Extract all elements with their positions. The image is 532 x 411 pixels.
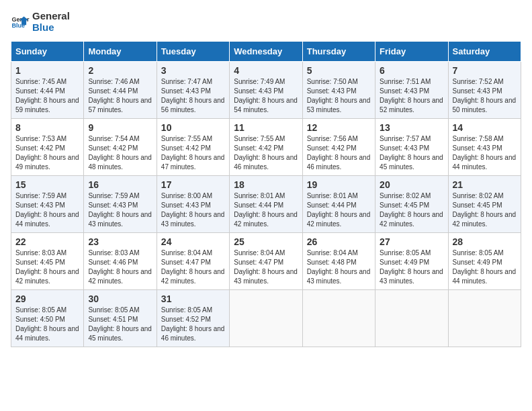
calendar-cell: 14 Sunrise: 7:58 AM Sunset: 4:43 PM Dayl… — [448, 119, 521, 176]
header-day-thursday: Thursday — [302, 42, 375, 62]
cell-info: Sunrise: 8:05 AM Sunset: 4:52 PM Dayligh… — [161, 306, 225, 343]
calendar-cell: 7 Sunrise: 7:52 AM Sunset: 4:43 PM Dayli… — [448, 62, 521, 119]
calendar-cell: 25 Sunrise: 8:04 AM Sunset: 4:47 PM Dayl… — [230, 233, 302, 290]
calendar-cell: 23 Sunrise: 8:03 AM Sunset: 4:46 PM Dayl… — [84, 233, 157, 290]
header-day-tuesday: Tuesday — [157, 42, 229, 62]
day-number: 21 — [453, 179, 517, 190]
day-number: 20 — [380, 179, 443, 190]
logo-blue: Blue — [32, 22, 70, 34]
cell-info: Sunrise: 7:57 AM Sunset: 4:43 PM Dayligh… — [380, 134, 443, 172]
cell-info: Sunrise: 8:00 AM Sunset: 4:43 PM Dayligh… — [161, 191, 225, 229]
cell-info: Sunrise: 8:05 AM Sunset: 4:51 PM Dayligh… — [88, 306, 152, 343]
day-number: 3 — [161, 65, 225, 76]
day-number: 16 — [88, 179, 152, 190]
cell-info: Sunrise: 7:51 AM Sunset: 4:43 PM Dayligh… — [380, 77, 443, 115]
calendar-cell: 26 Sunrise: 8:04 AM Sunset: 4:48 PM Dayl… — [302, 233, 375, 290]
cell-info: Sunrise: 7:50 AM Sunset: 4:43 PM Dayligh… — [307, 77, 371, 115]
calendar-cell: 28 Sunrise: 8:05 AM Sunset: 4:49 PM Dayl… — [448, 233, 521, 290]
day-number: 8 — [15, 122, 79, 133]
calendar-week-5: 29 Sunrise: 8:05 AM Sunset: 4:50 PM Dayl… — [11, 290, 521, 347]
day-number: 11 — [234, 122, 298, 133]
calendar-cell: 3 Sunrise: 7:47 AM Sunset: 4:43 PM Dayli… — [157, 62, 229, 119]
calendar-cell: 30 Sunrise: 8:05 AM Sunset: 4:51 PM Dayl… — [84, 290, 157, 347]
cell-info: Sunrise: 7:55 AM Sunset: 4:42 PM Dayligh… — [161, 134, 225, 172]
day-number: 14 — [453, 122, 517, 133]
cell-info: Sunrise: 7:47 AM Sunset: 4:43 PM Dayligh… — [161, 77, 225, 115]
calendar-cell: 9 Sunrise: 7:54 AM Sunset: 4:42 PM Dayli… — [84, 119, 157, 176]
logo: General Blue General Blue — [11, 11, 70, 33]
day-number: 31 — [161, 293, 225, 304]
calendar-week-2: 8 Sunrise: 7:53 AM Sunset: 4:42 PM Dayli… — [11, 119, 521, 176]
logo-icon: General Blue — [11, 13, 30, 32]
header-day-saturday: Saturday — [448, 42, 521, 62]
cell-info: Sunrise: 7:52 AM Sunset: 4:43 PM Dayligh… — [453, 77, 517, 115]
day-number: 9 — [88, 122, 152, 133]
calendar-week-3: 15 Sunrise: 7:59 AM Sunset: 4:43 PM Dayl… — [11, 176, 521, 233]
day-number: 27 — [380, 236, 443, 247]
cell-info: Sunrise: 8:02 AM Sunset: 4:45 PM Dayligh… — [453, 191, 517, 229]
calendar-table: SundayMondayTuesdayWednesdayThursdayFrid… — [11, 41, 521, 347]
calendar-cell: 2 Sunrise: 7:46 AM Sunset: 4:44 PM Dayli… — [84, 62, 157, 119]
calendar-cell: 21 Sunrise: 8:02 AM Sunset: 4:45 PM Dayl… — [448, 176, 521, 233]
cell-info: Sunrise: 8:01 AM Sunset: 4:44 PM Dayligh… — [234, 191, 298, 229]
cell-info: Sunrise: 7:59 AM Sunset: 4:43 PM Dayligh… — [15, 191, 79, 229]
cell-info: Sunrise: 7:54 AM Sunset: 4:42 PM Dayligh… — [88, 134, 152, 172]
cell-info: Sunrise: 8:05 AM Sunset: 4:49 PM Dayligh… — [380, 248, 443, 286]
cell-info: Sunrise: 7:55 AM Sunset: 4:42 PM Dayligh… — [234, 134, 298, 172]
day-number: 6 — [380, 65, 443, 76]
cell-info: Sunrise: 8:04 AM Sunset: 4:47 PM Dayligh… — [234, 248, 298, 286]
cell-info: Sunrise: 8:04 AM Sunset: 4:47 PM Dayligh… — [161, 248, 225, 286]
calendar-week-1: 1 Sunrise: 7:45 AM Sunset: 4:44 PM Dayli… — [11, 62, 521, 119]
calendar-cell: 6 Sunrise: 7:51 AM Sunset: 4:43 PM Dayli… — [375, 62, 448, 119]
day-number: 1 — [15, 65, 79, 76]
cell-info: Sunrise: 8:05 AM Sunset: 4:49 PM Dayligh… — [453, 248, 517, 286]
day-number: 28 — [453, 236, 517, 247]
calendar-cell — [448, 290, 521, 347]
calendar-cell: 12 Sunrise: 7:56 AM Sunset: 4:42 PM Dayl… — [302, 119, 375, 176]
day-number: 25 — [234, 236, 298, 247]
calendar-cell: 8 Sunrise: 7:53 AM Sunset: 4:42 PM Dayli… — [11, 119, 84, 176]
calendar-cell — [375, 290, 448, 347]
calendar-cell: 1 Sunrise: 7:45 AM Sunset: 4:44 PM Dayli… — [11, 62, 84, 119]
calendar-cell: 24 Sunrise: 8:04 AM Sunset: 4:47 PM Dayl… — [157, 233, 229, 290]
cell-info: Sunrise: 8:04 AM Sunset: 4:48 PM Dayligh… — [307, 248, 371, 286]
calendar-cell: 11 Sunrise: 7:55 AM Sunset: 4:42 PM Dayl… — [230, 119, 302, 176]
day-number: 12 — [307, 122, 371, 133]
day-number: 24 — [161, 236, 225, 247]
header: General Blue General Blue — [11, 11, 521, 33]
calendar-cell: 10 Sunrise: 7:55 AM Sunset: 4:42 PM Dayl… — [157, 119, 229, 176]
header-day-friday: Friday — [375, 42, 448, 62]
cell-info: Sunrise: 8:05 AM Sunset: 4:50 PM Dayligh… — [15, 306, 79, 343]
cell-info: Sunrise: 7:46 AM Sunset: 4:44 PM Dayligh… — [88, 77, 152, 115]
calendar-cell: 4 Sunrise: 7:49 AM Sunset: 4:43 PM Dayli… — [230, 62, 302, 119]
calendar-cell: 13 Sunrise: 7:57 AM Sunset: 4:43 PM Dayl… — [375, 119, 448, 176]
day-number: 4 — [234, 65, 298, 76]
calendar-cell: 16 Sunrise: 7:59 AM Sunset: 4:43 PM Dayl… — [84, 176, 157, 233]
cell-info: Sunrise: 8:03 AM Sunset: 4:45 PM Dayligh… — [15, 248, 79, 286]
cell-info: Sunrise: 7:56 AM Sunset: 4:42 PM Dayligh… — [307, 134, 371, 172]
day-number: 19 — [307, 179, 371, 190]
calendar-cell: 15 Sunrise: 7:59 AM Sunset: 4:43 PM Dayl… — [11, 176, 84, 233]
day-number: 26 — [307, 236, 371, 247]
header-day-sunday: Sunday — [11, 42, 84, 62]
calendar-week-4: 22 Sunrise: 8:03 AM Sunset: 4:45 PM Dayl… — [11, 233, 521, 290]
day-number: 15 — [15, 179, 79, 190]
calendar-cell — [230, 290, 302, 347]
day-number: 7 — [453, 65, 517, 76]
calendar-cell: 18 Sunrise: 8:01 AM Sunset: 4:44 PM Dayl… — [230, 176, 302, 233]
day-number: 17 — [161, 179, 225, 190]
logo-general: General — [32, 11, 70, 22]
header-day-monday: Monday — [84, 42, 157, 62]
cell-info: Sunrise: 7:59 AM Sunset: 4:43 PM Dayligh… — [88, 191, 152, 229]
calendar-cell: 22 Sunrise: 8:03 AM Sunset: 4:45 PM Dayl… — [11, 233, 84, 290]
calendar-cell — [302, 290, 375, 347]
cell-info: Sunrise: 7:49 AM Sunset: 4:43 PM Dayligh… — [234, 77, 298, 115]
cell-info: Sunrise: 7:58 AM Sunset: 4:43 PM Dayligh… — [453, 134, 517, 172]
calendar-cell: 19 Sunrise: 8:01 AM Sunset: 4:44 PM Dayl… — [302, 176, 375, 233]
day-number: 22 — [15, 236, 79, 247]
header-day-wednesday: Wednesday — [230, 42, 302, 62]
calendar-cell: 20 Sunrise: 8:02 AM Sunset: 4:45 PM Dayl… — [375, 176, 448, 233]
cell-info: Sunrise: 7:53 AM Sunset: 4:42 PM Dayligh… — [15, 134, 79, 172]
day-number: 13 — [380, 122, 443, 133]
calendar-cell: 31 Sunrise: 8:05 AM Sunset: 4:52 PM Dayl… — [157, 290, 229, 347]
